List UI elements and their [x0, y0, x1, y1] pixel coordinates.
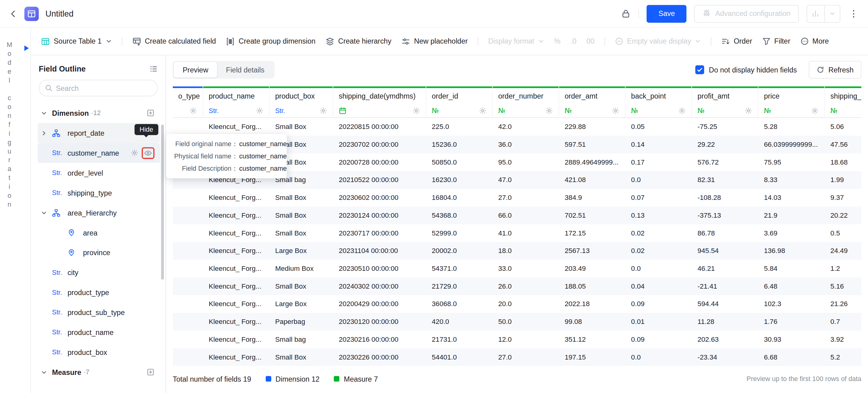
table-cell: 20230124 00:00:00 — [333, 212, 426, 219]
table-row: Kleencut_ Forg...Small Box20230602 00:00… — [173, 189, 862, 207]
checkbox-checked[interactable] — [695, 65, 704, 74]
field-info-label: Field Description： — [173, 162, 238, 174]
create-group-dimension-button[interactable]: Create group dimension — [226, 37, 315, 46]
table-cell: 421.08 — [559, 176, 625, 184]
chart-view-button — [807, 5, 840, 22]
model-configuration-label: Model configuration — [5, 41, 13, 209]
table-cell: 66.0399999999... — [758, 141, 825, 148]
string-type-icon: Str. — [52, 308, 68, 316]
empty-value-display-button: Empty value display — [615, 37, 701, 46]
sidebar-item-province[interactable]: province — [38, 243, 160, 263]
column-type-icon: № — [698, 106, 705, 115]
filter-button[interactable]: Filter — [762, 37, 790, 46]
table-cell: 0.05 — [625, 123, 692, 130]
column-header-order_id[interactable]: order_id№ — [426, 86, 493, 117]
search-input[interactable] — [56, 84, 152, 92]
table-cell: 0.01 — [625, 318, 692, 326]
sidebar-item-shipping_type[interactable]: Str.shipping_type — [38, 183, 160, 203]
gear-icon[interactable] — [479, 107, 487, 114]
sidebar-group-Measure[interactable]: Measure·7 — [38, 362, 160, 382]
order-button[interactable]: Order — [722, 37, 752, 46]
create-hierarchy-button[interactable]: Create hierarchy — [326, 37, 391, 46]
string-type-icon: Str. — [52, 329, 68, 336]
new-placeholder-button[interactable]: New placeholder — [401, 37, 468, 46]
gear-icon[interactable] — [189, 107, 197, 114]
tab-preview[interactable]: Preview — [174, 62, 217, 78]
column-header-order_number[interactable]: order_number№ — [493, 86, 559, 117]
gear-icon[interactable] — [319, 107, 327, 114]
field-info-row: Physical field name：customer_name — [173, 150, 280, 162]
sidebar-item-customer_name[interactable]: Str.customer_name — [38, 143, 160, 163]
sidebar-item-product_name[interactable]: Str.product_name — [38, 322, 160, 342]
field-label: product_sub_type — [67, 308, 125, 316]
advanced-configuration-label: Advanced configuration — [715, 9, 790, 18]
table-cell: 5.06 — [825, 123, 861, 130]
outline-view-icon[interactable] — [150, 64, 158, 73]
table-cell: -375.13 — [692, 212, 758, 219]
app-root: Untitled Save Advanced configuration ⋮ M… — [0, 0, 868, 393]
table-cell: Kleencut_ Forg... — [203, 282, 270, 290]
column-header-product_name[interactable]: product_nameStr. — [203, 86, 270, 117]
sidebar-item-area_Hierarchy[interactable]: area_Hierarchy — [38, 203, 160, 222]
chevron-down-icon[interactable] — [41, 369, 52, 375]
sidebar-item-product_sub_type[interactable]: Str.product_sub_type — [38, 302, 160, 322]
sidebar-group-Dimension[interactable]: Dimension·12 — [38, 103, 160, 123]
table-cell: 225.0 — [426, 123, 493, 130]
refresh-button[interactable]: Refresh — [809, 61, 861, 79]
chevron-right-icon[interactable] — [41, 130, 52, 136]
table-cell: 5.16 — [825, 282, 861, 290]
column-header-back_point[interactable]: back_point№ — [625, 86, 692, 117]
table-cell: 29.22 — [692, 141, 758, 148]
create-calculated-field-button[interactable]: Create calculated field — [132, 37, 216, 46]
column-header-profit_amt[interactable]: profit_amt№ — [692, 86, 758, 117]
source-table-selector[interactable]: Source Table 1 — [41, 37, 112, 46]
add-field-icon[interactable] — [147, 109, 154, 117]
sidebar-item-order_level[interactable]: Str.order_level — [38, 163, 160, 183]
column-header-o_type[interactable]: o_type — [173, 86, 203, 117]
back-button[interactable] — [9, 9, 18, 18]
column-name: back_point — [625, 88, 691, 104]
hide-hidden-fields-toggle[interactable]: Do not display hidden fields — [695, 65, 797, 74]
more-menu-icon[interactable]: ⋮ — [848, 8, 859, 19]
column-header-price[interactable]: price№ — [758, 86, 825, 117]
sidebar-item-city[interactable]: Str.city — [38, 263, 160, 282]
sidebar-item-area[interactable]: area — [38, 222, 160, 243]
chevron-down-icon[interactable] — [41, 110, 52, 116]
gear-icon[interactable] — [612, 107, 619, 114]
column-header-shipping_c[interactable]: shipping_c№ — [825, 86, 861, 117]
column-header-shipping_date(ymdhms)[interactable]: shipping_date(ymdhms) — [333, 86, 426, 117]
placeholder-icon — [401, 37, 410, 46]
gear-icon[interactable] — [745, 107, 752, 114]
sidebar-item-product_box[interactable]: Str.product_box — [38, 342, 160, 362]
sort-icon — [722, 37, 730, 46]
table-cell: 27.0 — [493, 194, 559, 202]
gear-icon[interactable] — [131, 149, 138, 157]
table-cell: Kleencut_ Forg... — [203, 265, 270, 272]
table-cell: Kleencut_ Forg... — [203, 300, 270, 308]
save-button[interactable]: Save — [647, 5, 686, 22]
more-button[interactable]: More — [800, 37, 829, 46]
string-type-icon: Str. — [52, 149, 68, 157]
sliders-icon — [703, 9, 711, 19]
tab-field-details[interactable]: Field details — [217, 62, 273, 78]
gear-icon[interactable] — [811, 107, 818, 114]
sidebar-scrollbar[interactable] — [161, 125, 164, 280]
chevron-down-icon[interactable] — [41, 210, 52, 216]
eye-icon[interactable] — [144, 149, 152, 157]
gear-icon[interactable] — [256, 107, 264, 114]
column-header-order_amt[interactable]: order_amt№ — [559, 86, 625, 117]
lock-icon[interactable] — [622, 9, 631, 19]
table-cell: Kleencut_ Forg... — [203, 336, 270, 343]
gear-icon[interactable] — [678, 107, 686, 114]
gear-icon[interactable] — [546, 107, 553, 114]
field-search-box[interactable] — [39, 80, 158, 96]
gear-icon[interactable] — [412, 107, 420, 114]
refresh-icon — [817, 66, 825, 74]
add-field-icon[interactable] — [147, 368, 154, 376]
panel-expand-arrow[interactable] — [24, 46, 29, 51]
field-info-row: Field Description：customer_name — [173, 162, 280, 174]
column-header-product_box[interactable]: product_boxStr. — [270, 86, 333, 117]
table-cell: Small Box — [270, 282, 333, 290]
table-cell: 6.48 — [758, 282, 825, 290]
sidebar-item-product_type[interactable]: Str.product_type — [38, 282, 160, 302]
